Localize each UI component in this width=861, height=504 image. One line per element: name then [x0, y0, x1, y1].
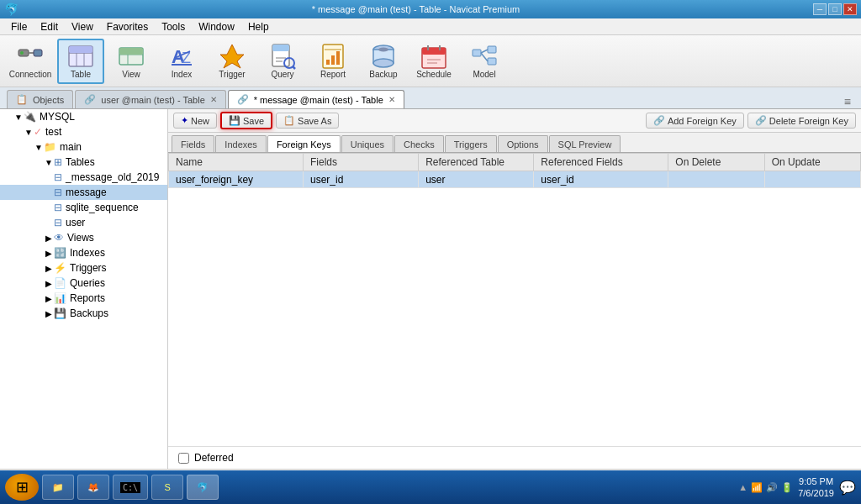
menu-favorites[interactable]: Favorites: [100, 19, 155, 34]
table-row[interactable]: user_foreign_key user_id user user_id: [169, 171, 861, 188]
toolbar-trigger[interactable]: Trigger: [209, 39, 256, 84]
tab-uniques[interactable]: Uniques: [341, 135, 394, 152]
toolbar-model[interactable]: Model: [461, 39, 508, 84]
data-table: Name Fields Referenced Table Referenced …: [168, 153, 861, 446]
sidebar-item-backups[interactable]: ▶ 💾 Backups: [0, 306, 167, 321]
tab-options[interactable]: Options: [498, 135, 548, 152]
taskbar-sublime[interactable]: S: [151, 475, 183, 500]
tab-checks[interactable]: Checks: [394, 135, 444, 152]
toolbar: Connection Table View: [0, 35, 861, 87]
window-controls[interactable]: ─ □ ✕: [813, 3, 857, 15]
taskbar-firefox[interactable]: 🦊: [77, 475, 109, 500]
sidebar-item-message-old[interactable]: ⊟ _message_old_2019: [0, 170, 167, 185]
tab-objects[interactable]: 📋 Objects: [7, 90, 73, 108]
sidebar-item-views[interactable]: ▶ 👁 Views: [0, 230, 167, 245]
indexes-tab-label: Indexes: [224, 139, 257, 150]
toolbar-report[interactable]: Report: [309, 39, 357, 84]
tab-triggers[interactable]: Triggers: [445, 135, 497, 152]
tab-user-table[interactable]: 🔗 user @main (test) - Table ✕: [75, 90, 225, 108]
volume-icon: 🔊: [766, 482, 778, 493]
delete-fk-label: Delete Foreign Key: [769, 116, 848, 126]
tab-fields[interactable]: Fields: [172, 135, 214, 152]
mysql-expand-icon: ▼: [13, 113, 24, 122]
notifications-icon[interactable]: 💬: [839, 480, 856, 496]
sidebar-item-reports[interactable]: ▶ 📊 Reports: [0, 291, 167, 306]
menu-edit[interactable]: Edit: [34, 19, 65, 34]
uniques-tab-label: Uniques: [351, 139, 384, 150]
toolbar-connection-label: Connection: [9, 70, 52, 79]
delete-fk-button[interactable]: 🔗 Delete Foreign Key: [747, 113, 856, 129]
col-on-update-header: On Update: [764, 154, 860, 171]
toolbar-table[interactable]: Table: [57, 39, 104, 84]
menu-help[interactable]: Help: [241, 19, 276, 34]
menu-window[interactable]: Window: [192, 19, 241, 34]
toolbar-index-label: Index: [172, 70, 192, 79]
toolbar-view[interactable]: View: [108, 39, 155, 84]
menu-view[interactable]: View: [65, 19, 100, 34]
sidebar-item-tables[interactable]: ▼ ⊞ Tables: [0, 155, 167, 170]
triggers-expand-icon: ▶: [44, 264, 54, 273]
toolbar-report-label: Report: [320, 70, 346, 79]
sublime-icon: S: [164, 482, 170, 492]
taskbar-explorer[interactable]: 📁: [42, 475, 74, 500]
user-table-icon: 🔗: [84, 94, 96, 105]
add-fk-button[interactable]: 🔗 Add Foreign Key: [646, 113, 744, 129]
sidebar-item-queries[interactable]: ▶ 📄 Queries: [0, 276, 167, 291]
maximize-button[interactable]: □: [828, 3, 842, 15]
new-button[interactable]: ✦ New: [173, 113, 217, 129]
toolbar-query[interactable]: Query: [259, 39, 306, 84]
deferred-checkbox[interactable]: [178, 453, 189, 464]
row-on-delete: [668, 171, 764, 188]
save-button[interactable]: 💾 Save: [220, 112, 272, 129]
minimize-button[interactable]: ─: [813, 3, 827, 15]
sidebar-item-triggers[interactable]: ▶ ⚡ Triggers: [0, 260, 167, 276]
taskbar-cmd[interactable]: C:\: [113, 475, 148, 500]
deferred-label: Deferred: [194, 452, 234, 464]
svg-rect-26: [331, 55, 335, 65]
sidebar-item-message[interactable]: ⊟ message: [0, 185, 167, 200]
delete-fk-icon: 🔗: [755, 115, 767, 126]
start-button[interactable]: ⊞: [5, 474, 39, 501]
tab-foreign-keys[interactable]: Foreign Keys: [267, 135, 341, 152]
tab-scroll-icon[interactable]: ≡: [844, 95, 851, 108]
sidebar-item-user[interactable]: ⊟ user: [0, 215, 167, 230]
sidebar-views-label: Views: [67, 232, 94, 244]
sidebar-msg-old-label: _message_old_2019: [66, 171, 159, 183]
save-icon: 💾: [229, 115, 240, 126]
tab-indexes[interactable]: Indexes: [215, 135, 267, 152]
close-button[interactable]: ✕: [843, 3, 857, 15]
col-ref-fields-header: Referenced Fields: [534, 154, 668, 171]
toolbar-index[interactable]: A Z Index: [158, 39, 205, 84]
model-icon: [471, 43, 498, 70]
svg-line-42: [481, 50, 488, 53]
sidebar-item-indexes[interactable]: ▶ 🔡 Indexes: [0, 245, 167, 260]
tab-message-label: * message @main (test) - Table: [254, 95, 383, 105]
tab-sql-preview[interactable]: SQL Preview: [549, 135, 621, 152]
tab-user-close-icon[interactable]: ✕: [210, 95, 217, 104]
toolbar-table-label: Table: [71, 70, 91, 79]
svg-marker-17: [220, 45, 244, 68]
sidebar-reports-label: Reports: [70, 292, 105, 304]
tab-message-table[interactable]: 🔗 * message @main (test) - Table ✕: [228, 90, 404, 108]
fk-table: Name Fields Referenced Table Referenced …: [168, 153, 861, 188]
tab-message-close-icon[interactable]: ✕: [388, 95, 395, 104]
menu-file[interactable]: File: [4, 19, 34, 34]
sidebar-item-sqlite-seq[interactable]: ⊟ sqlite_sequence: [0, 200, 167, 215]
svg-rect-8: [69, 46, 92, 53]
svg-line-43: [481, 53, 488, 61]
col-on-delete-header: On Delete: [668, 154, 764, 171]
sidebar-item-main[interactable]: ▼ 📁 main: [0, 139, 167, 155]
menu-tools[interactable]: Tools: [155, 19, 192, 34]
toolbar-query-label: Query: [271, 70, 293, 79]
svg-rect-19: [272, 45, 289, 51]
svg-rect-41: [488, 58, 496, 65]
arrow-up-icon[interactable]: ▲: [738, 482, 747, 492]
toolbar-backup[interactable]: Backup: [360, 39, 407, 84]
tab-objects-label: Objects: [33, 95, 64, 105]
sidebar-item-test[interactable]: ▼ ✓ test: [0, 124, 167, 139]
save-as-button[interactable]: 📋 Save As: [276, 113, 339, 129]
taskbar-navicat[interactable]: 🐬: [187, 475, 219, 500]
toolbar-schedule[interactable]: Schedule: [410, 39, 457, 84]
sidebar-item-mysql[interactable]: ▼ 🔌 MYSQL: [0, 109, 167, 124]
toolbar-connection[interactable]: Connection: [7, 39, 54, 84]
